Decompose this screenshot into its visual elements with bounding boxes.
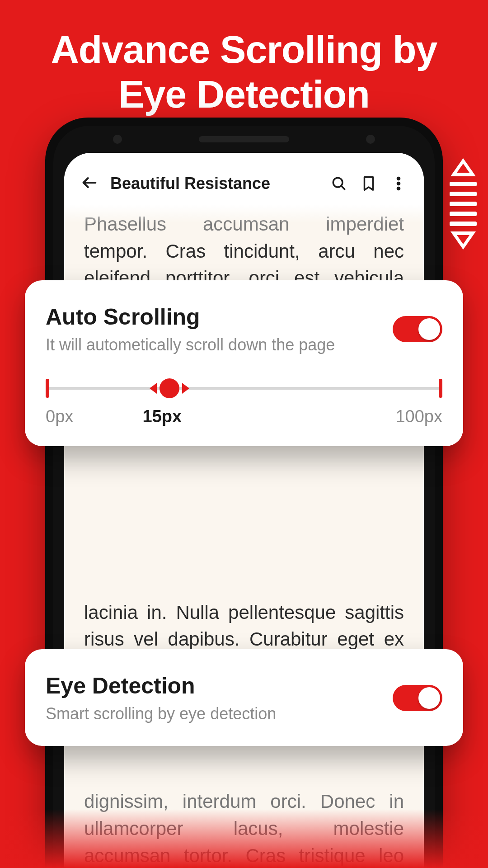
scroll-up-icon [450,158,476,176]
document-title: Beautiful Resistance [110,174,318,193]
phone-mock: Beautiful Resistance Phasellus accumsan … [45,118,443,868]
eye-detection-card: Eye Detection Smart scrolling by eye det… [25,649,463,746]
promo-title: Advance Scrolling by Eye Detection [0,0,488,117]
reader-text: dignissim, interdum orci. Donec in ullam… [84,788,404,868]
promo-title-line2: Eye Detection [0,72,488,117]
bookmark-icon[interactable] [360,175,378,193]
svg-point-5 [397,187,400,190]
eye-detection-toggle[interactable] [393,685,442,711]
auto-scrolling-toggle[interactable] [393,316,442,342]
scroll-down-icon [450,231,476,250]
eye-detection-subtitle: Smart scrolling by eye detection [46,704,276,723]
svg-line-2 [341,186,345,189]
auto-scrolling-subtitle: It will autometically scroll down the pa… [46,335,335,354]
more-icon[interactable] [389,175,408,193]
app-bar: Beautiful Resistance [64,153,424,205]
app-screen: Beautiful Resistance Phasellus accumsan … [64,153,424,868]
search-icon[interactable] [330,175,348,193]
svg-point-4 [397,182,400,185]
eye-detection-title: Eye Detection [46,673,276,699]
slider-max-label: 100px [395,407,442,426]
auto-scrolling-card: Auto Scrolling It will autometically scr… [25,280,463,446]
slider-min-label: 0px [46,407,73,426]
scroll-indicator-widget [447,158,479,250]
svg-point-3 [397,177,400,180]
back-icon[interactable] [80,174,99,193]
auto-scrolling-title: Auto Scrolling [46,304,335,330]
promo-title-line1: Advance Scrolling by [0,27,488,72]
slider-value-label: 15px [143,407,182,426]
slider-thumb-icon[interactable] [160,378,179,398]
scroll-speed-slider[interactable]: 0px 15px 100px [46,387,442,426]
